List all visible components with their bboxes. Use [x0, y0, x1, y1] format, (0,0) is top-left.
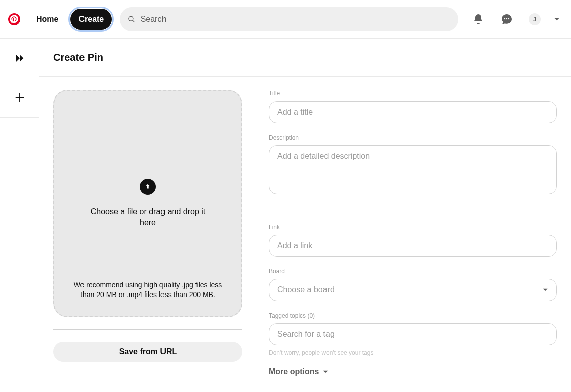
more-options-label: More options	[269, 367, 319, 376]
profile-button[interactable]: J	[523, 7, 547, 31]
link-label: Link	[269, 224, 557, 231]
accounts-dropdown-button[interactable]	[551, 7, 563, 31]
chat-icon	[501, 13, 513, 25]
board-label: Board	[269, 268, 557, 275]
messages-button[interactable]	[495, 7, 519, 31]
save-from-url-button[interactable]: Save from URL	[53, 342, 242, 362]
notifications-button[interactable]	[466, 7, 491, 31]
sidebar-divider	[0, 117, 39, 118]
svg-point-1	[504, 18, 505, 19]
double-chevron-right-icon	[14, 53, 25, 64]
description-input[interactable]	[269, 145, 557, 194]
sidebar-add-button[interactable]	[0, 78, 39, 117]
tags-label: Tagged topics (0)	[269, 312, 557, 319]
tags-input[interactable]	[269, 323, 557, 345]
header: Home Create J	[0, 0, 571, 39]
search-input[interactable]	[141, 15, 450, 24]
more-options-toggle[interactable]: More options	[269, 367, 557, 376]
svg-point-2	[506, 18, 507, 19]
create-nav-button[interactable]: Create	[70, 9, 112, 30]
search-icon	[128, 15, 135, 23]
title-input[interactable]	[269, 101, 557, 123]
file-drop-zone[interactable]: Choose a file or drag and drop it here W…	[53, 90, 242, 317]
sidebar-expand-button[interactable]	[0, 39, 39, 78]
link-input[interactable]	[269, 235, 557, 257]
home-nav-button[interactable]: Home	[28, 9, 66, 30]
recommend-text: We recommend using high quality .jpg fil…	[66, 280, 229, 300]
drop-zone-text: Choose a file or drag and drop it here	[88, 206, 208, 229]
chevron-down-icon	[322, 368, 329, 375]
upload-icon	[140, 179, 156, 195]
page-header: Create Pin	[39, 39, 571, 77]
divider	[53, 329, 242, 330]
main-content: Create Pin Choose a file or drag and dro…	[39, 39, 571, 391]
plus-icon	[14, 92, 25, 103]
search-bar[interactable]	[120, 7, 458, 31]
pinterest-logo-icon[interactable]	[8, 13, 20, 25]
page-title: Create Pin	[53, 52, 557, 63]
chevron-down-icon	[553, 16, 560, 23]
description-label: Description	[269, 134, 557, 141]
tags-helper-text: Don't worry, people won't see your tags	[269, 349, 557, 356]
svg-point-3	[508, 18, 509, 19]
avatar: J	[529, 13, 541, 25]
bell-icon	[472, 13, 484, 25]
title-label: Title	[269, 90, 557, 97]
sidebar	[0, 39, 39, 391]
board-select[interactable]: Choose a board	[269, 279, 557, 301]
